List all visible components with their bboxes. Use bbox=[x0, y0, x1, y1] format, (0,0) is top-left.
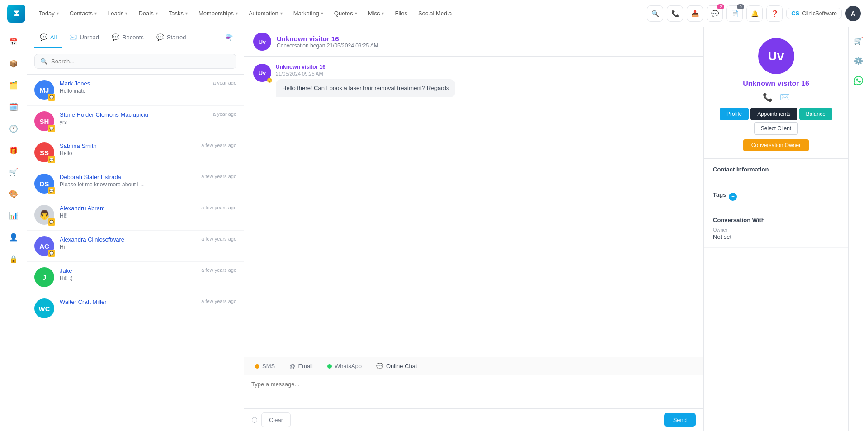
avatar: DS 💬 bbox=[34, 174, 54, 194]
far-settings-icon[interactable]: ⚙️ bbox=[850, 52, 867, 69]
chat-time: a few years ago bbox=[201, 174, 236, 179]
profile-tab-button[interactable]: Profile bbox=[720, 108, 749, 120]
nav-automation[interactable]: Automation ▾ bbox=[244, 7, 287, 19]
email-icon[interactable]: ✉️ bbox=[780, 92, 790, 102]
conv-owner-button[interactable]: Conversation Owner bbox=[743, 139, 809, 151]
chat-time: a few years ago bbox=[201, 267, 236, 273]
brand-logo[interactable]: CS ClinicSoftware bbox=[786, 8, 842, 19]
nav-marketing[interactable]: Marketing ▾ bbox=[289, 7, 328, 19]
nav-tasks[interactable]: Tasks ▾ bbox=[164, 7, 192, 19]
filter-icon[interactable]: ⚗️ bbox=[222, 30, 236, 45]
profile-name: Unknown visitor 16 bbox=[743, 80, 809, 88]
list-item[interactable]: SS 💬 Sabrina Smith Hello a few years ago bbox=[27, 137, 244, 168]
list-item[interactable]: J Jake Hi!! :) a few years ago bbox=[27, 262, 244, 293]
attach-icon[interactable]: ⬡ bbox=[251, 416, 258, 424]
topnav-actions: 🔍 📞 📥 💬 2 📄 0 🔔 ❓ CS ClinicSoftware A bbox=[647, 5, 861, 22]
nav-contacts[interactable]: Contacts ▾ bbox=[65, 7, 101, 19]
tab-all[interactable]: 💬 All bbox=[34, 27, 62, 48]
phone-button[interactable]: 📞 bbox=[667, 5, 683, 22]
contact-name: Sabrina Smith bbox=[60, 142, 196, 149]
list-item[interactable]: DS 💬 Deborah Slater Estrada Please let m… bbox=[27, 168, 244, 199]
select-client-button[interactable]: Select Client bbox=[754, 122, 798, 135]
msg-bubble: Hello there! Can I book a laser hair rem… bbox=[276, 79, 455, 97]
search-button[interactable]: 🔍 bbox=[647, 5, 663, 22]
owner-label: Owner bbox=[713, 227, 839, 232]
msg-badge: 💬 bbox=[48, 218, 55, 226]
tab-recents[interactable]: 💬 Recents bbox=[106, 27, 149, 48]
tab-starred-icon: 💬 bbox=[156, 33, 164, 41]
nav-social-media[interactable]: Social Media bbox=[414, 7, 456, 19]
tab-unread[interactable]: ✉️ Unread bbox=[64, 27, 104, 48]
nav-quotes[interactable]: Quotes ▾ bbox=[330, 7, 362, 19]
channel-tabs: SMS @ Email WhatsApp 💬 Online Chat bbox=[244, 357, 703, 375]
sidebar-gift-icon[interactable]: 🎁 bbox=[5, 141, 23, 159]
far-whatsapp-icon[interactable] bbox=[850, 72, 867, 89]
channel-online-chat[interactable]: 💬 Online Chat bbox=[373, 361, 421, 371]
msg-avatar: Uv 😊 bbox=[253, 64, 271, 82]
tab-starred[interactable]: 💬 Starred bbox=[151, 27, 192, 48]
sidebar-box-icon[interactable]: 📦 bbox=[5, 54, 23, 72]
right-panel: Uv Unknown visitor 16 📞 ✉️ Profile Appoi… bbox=[703, 27, 848, 431]
channel-email[interactable]: @ Email bbox=[286, 361, 316, 371]
whatsapp-dot bbox=[327, 364, 332, 369]
contact-name: Alexandra Clinicsoftware bbox=[60, 236, 196, 243]
document-button[interactable]: 📄 0 bbox=[726, 5, 743, 22]
list-item[interactable]: SH 💬 Stone Holder Clemons Maciupiciu yrs… bbox=[27, 106, 244, 137]
brand-name: ClinicSoftware bbox=[802, 10, 837, 17]
list-item[interactable]: WC Walter Craft Miller a few years ago bbox=[27, 293, 244, 324]
clear-button[interactable]: Clear bbox=[261, 412, 291, 427]
nav-memberships[interactable]: Memberships ▾ bbox=[194, 7, 242, 19]
nav-leads[interactable]: Leads ▾ bbox=[103, 7, 132, 19]
channel-whatsapp-label: WhatsApp bbox=[335, 363, 362, 369]
appointments-tab-button[interactable]: Appointments bbox=[750, 108, 797, 120]
chat-search: 🔍 bbox=[27, 48, 244, 75]
chat-preview: Hello bbox=[60, 150, 196, 156]
sidebar-cart-icon[interactable]: 🛒 bbox=[5, 163, 23, 181]
chat-button[interactable]: 💬 2 bbox=[707, 5, 723, 22]
right-panel-top: Uv Unknown visitor 16 📞 ✉️ Profile Appoi… bbox=[704, 27, 848, 159]
message-input[interactable] bbox=[244, 375, 703, 407]
list-item[interactable]: AC 💬 Alexandra Clinicsoftware Hi a few y… bbox=[27, 231, 244, 262]
sidebar-layers-icon[interactable]: 🗂️ bbox=[5, 76, 23, 94]
list-item[interactable]: MJ 💬 Mark Jones Hello mate a year ago bbox=[27, 75, 244, 106]
channel-sms[interactable]: SMS bbox=[251, 361, 278, 371]
tags-add-button[interactable]: + bbox=[729, 193, 737, 201]
contact-name: Mark Jones bbox=[60, 80, 208, 87]
bell-button[interactable]: 🔔 bbox=[746, 5, 763, 22]
far-cart-icon[interactable]: 🛒 bbox=[850, 33, 867, 49]
sidebar-person-icon[interactable]: 👤 bbox=[5, 228, 23, 246]
sidebar-lock-icon[interactable]: 🔒 bbox=[5, 250, 23, 268]
msg-sender-time: 21/05/2024 09:25 AM bbox=[276, 71, 455, 76]
user-avatar[interactable]: A bbox=[845, 6, 861, 21]
list-item[interactable]: 👨 💬 Alexandru Abram Hi!! a few years ago bbox=[27, 199, 244, 231]
chat-info: Walter Craft Miller bbox=[60, 298, 196, 306]
app-body: 📅 📦 🗂️ 🗓️ 🕐 🎁 🛒 🎨 📊 👤 🔒 💬 All ✉️ Unread bbox=[0, 27, 868, 431]
chat-header-name: Unknown visitor 16 bbox=[277, 35, 378, 43]
far-right-panel: 🛒 ⚙️ bbox=[848, 27, 868, 431]
channel-sms-label: SMS bbox=[262, 363, 275, 369]
sidebar-calendar-icon[interactable]: 📅 bbox=[5, 33, 23, 51]
search-input[interactable] bbox=[51, 58, 231, 65]
avatar: WC bbox=[34, 298, 54, 318]
nav-today[interactable]: Today ▾ bbox=[34, 7, 63, 19]
sidebar-chart-icon[interactable]: 📊 bbox=[5, 206, 23, 224]
nav-deals[interactable]: Deals ▾ bbox=[134, 7, 162, 19]
chat-header-info: Unknown visitor 16 Conversation began 21… bbox=[277, 35, 378, 49]
nav-misc[interactable]: Misc ▾ bbox=[363, 7, 389, 19]
balance-tab-button[interactable]: Balance bbox=[799, 108, 832, 120]
help-button[interactable]: ❓ bbox=[766, 5, 783, 22]
document-badge: 0 bbox=[737, 4, 744, 9]
message-content: Unknown visitor 16 21/05/2024 09:25 AM H… bbox=[276, 64, 455, 97]
send-button[interactable]: Send bbox=[664, 413, 696, 427]
inbox-button[interactable]: 📥 bbox=[687, 5, 703, 22]
chat-preview: yrs bbox=[60, 119, 208, 125]
sidebar-palette-icon[interactable]: 🎨 bbox=[5, 185, 23, 203]
chat-messages: Uv 😊 Unknown visitor 16 21/05/2024 09:25… bbox=[244, 57, 703, 357]
brand-icon: CS bbox=[791, 10, 799, 17]
sidebar-calendar2-icon[interactable]: 🗓️ bbox=[5, 98, 23, 116]
sidebar-clock-icon[interactable]: 🕐 bbox=[5, 119, 23, 137]
nav-files[interactable]: Files bbox=[390, 7, 411, 19]
channel-whatsapp[interactable]: WhatsApp bbox=[324, 361, 365, 371]
logo[interactable]: ⧗ bbox=[7, 5, 25, 23]
phone-icon[interactable]: 📞 bbox=[763, 92, 773, 102]
